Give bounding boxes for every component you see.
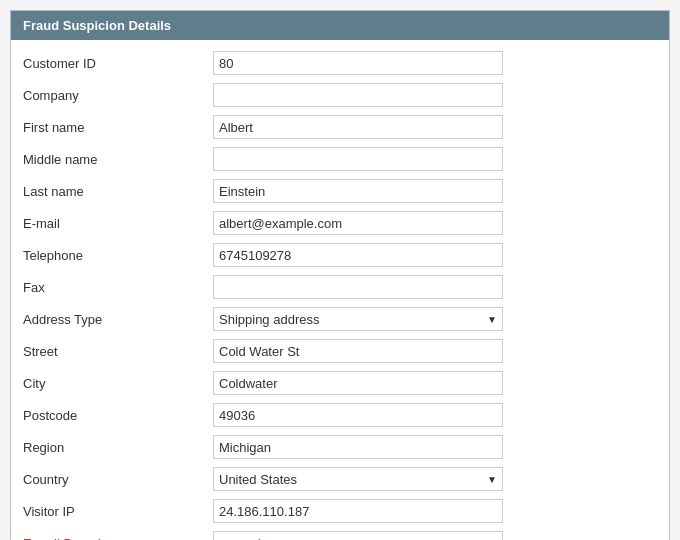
label-email-domain: E-mail Domain bbox=[23, 536, 213, 541]
form-row-email-domain: E-mail Domain bbox=[23, 530, 657, 540]
form-row-email: E-mail bbox=[23, 210, 657, 236]
label-street: Street bbox=[23, 344, 213, 359]
middle-name-input[interactable] bbox=[213, 147, 503, 171]
label-company: Company bbox=[23, 88, 213, 103]
email-domain-input[interactable] bbox=[213, 531, 503, 540]
form-row-fax: Fax bbox=[23, 274, 657, 300]
form-row-region: Region bbox=[23, 434, 657, 460]
form-row-middle-name: Middle name bbox=[23, 146, 657, 172]
last-name-input[interactable] bbox=[213, 179, 503, 203]
form-row-customer-id: Customer ID bbox=[23, 50, 657, 76]
street-input[interactable] bbox=[213, 339, 503, 363]
label-visitor-ip: Visitor IP bbox=[23, 504, 213, 519]
fax-input[interactable] bbox=[213, 275, 503, 299]
label-fax: Fax bbox=[23, 280, 213, 295]
form-row-city: City bbox=[23, 370, 657, 396]
label-postcode: Postcode bbox=[23, 408, 213, 423]
panel-body: Customer IDCompanyFirst nameMiddle nameL… bbox=[11, 40, 669, 540]
form-row-visitor-ip: Visitor IP bbox=[23, 498, 657, 524]
label-last-name: Last name bbox=[23, 184, 213, 199]
city-input[interactable] bbox=[213, 371, 503, 395]
label-city: City bbox=[23, 376, 213, 391]
label-middle-name: Middle name bbox=[23, 152, 213, 167]
company-input[interactable] bbox=[213, 83, 503, 107]
label-first-name: First name bbox=[23, 120, 213, 135]
label-customer-id: Customer ID bbox=[23, 56, 213, 71]
form-row-postcode: Postcode bbox=[23, 402, 657, 428]
label-email: E-mail bbox=[23, 216, 213, 231]
first-name-input[interactable] bbox=[213, 115, 503, 139]
form-row-telephone: Telephone bbox=[23, 242, 657, 268]
country-select[interactable]: United StatesCanadaUnited Kingdom bbox=[213, 467, 503, 491]
customer-id-input[interactable] bbox=[213, 51, 503, 75]
form-row-company: Company bbox=[23, 82, 657, 108]
form-row-last-name: Last name bbox=[23, 178, 657, 204]
telephone-input[interactable] bbox=[213, 243, 503, 267]
select-wrapper-country: United StatesCanadaUnited Kingdom bbox=[213, 467, 503, 491]
form-row-first-name: First name bbox=[23, 114, 657, 140]
form-row-street: Street bbox=[23, 338, 657, 364]
fraud-suspicion-panel: Fraud Suspicion Details Customer IDCompa… bbox=[10, 10, 670, 540]
label-telephone: Telephone bbox=[23, 248, 213, 263]
select-wrapper-address-type: Shipping addressBilling address bbox=[213, 307, 503, 331]
label-region: Region bbox=[23, 440, 213, 455]
panel-title-text: Fraud Suspicion Details bbox=[23, 18, 171, 33]
label-address-type: Address Type bbox=[23, 312, 213, 327]
email-input[interactable] bbox=[213, 211, 503, 235]
visitor-ip-input[interactable] bbox=[213, 499, 503, 523]
address-type-select[interactable]: Shipping addressBilling address bbox=[213, 307, 503, 331]
label-country: Country bbox=[23, 472, 213, 487]
panel-title: Fraud Suspicion Details bbox=[11, 11, 669, 40]
form-row-address-type: Address TypeShipping addressBilling addr… bbox=[23, 306, 657, 332]
form-row-country: CountryUnited StatesCanadaUnited Kingdom bbox=[23, 466, 657, 492]
postcode-input[interactable] bbox=[213, 403, 503, 427]
region-input[interactable] bbox=[213, 435, 503, 459]
